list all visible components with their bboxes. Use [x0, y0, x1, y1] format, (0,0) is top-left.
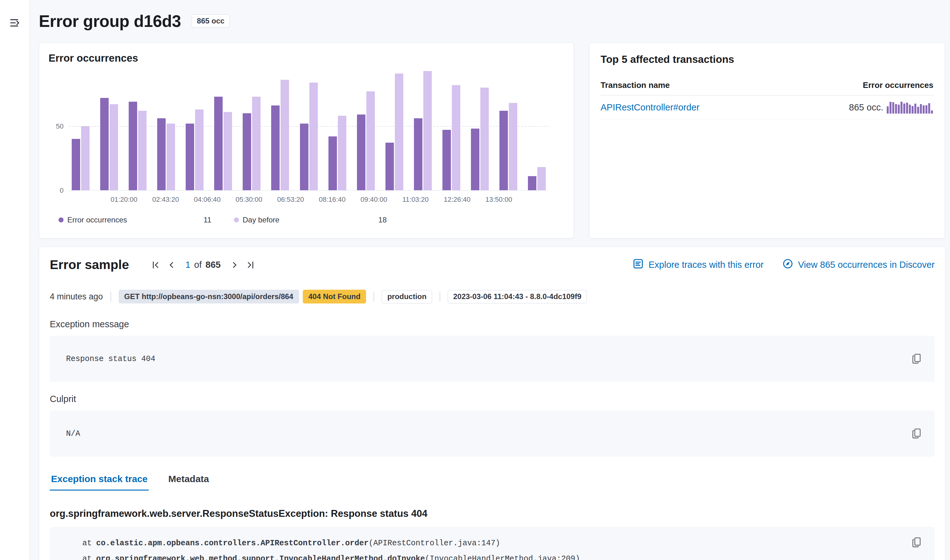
bar-current	[186, 123, 194, 190]
tab-metadata[interactable]: Metadata	[167, 474, 210, 491]
previous-page-button[interactable]	[165, 258, 179, 272]
x-axis-tick: 09:40:00	[360, 195, 387, 204]
column-error-occurrences: Error occurrences	[863, 80, 933, 90]
bar-current	[214, 97, 223, 190]
legend-value: 18	[378, 215, 387, 224]
copy-stack-trace-button[interactable]	[911, 537, 922, 548]
bar-group	[100, 98, 118, 190]
error-sample-title: Error sample	[50, 257, 129, 272]
x-axis-tick: 04:06:40	[194, 195, 221, 204]
bar-group	[443, 85, 460, 190]
bar-current	[500, 111, 508, 190]
occurrences-count-badge: 865 occ	[192, 14, 230, 28]
bar-group	[528, 167, 546, 190]
total-pages: 865	[205, 260, 221, 270]
sample-tabs: Exception stack trace Metadata	[50, 474, 935, 491]
bar-current	[72, 139, 80, 190]
bar-current	[528, 176, 537, 190]
version-badge: 2023-03-06 11:04:43 - 8.8.0-4dc109f9	[448, 290, 587, 303]
bar-current	[471, 129, 480, 190]
bar-group	[72, 126, 89, 190]
legend-label: Day before	[243, 215, 378, 224]
bar-group	[129, 102, 147, 190]
next-page-button[interactable]	[228, 258, 241, 272]
x-axis-tick: 05:30:00	[236, 195, 262, 204]
discover-compass-icon	[782, 258, 793, 271]
legend-label: Error occurrences	[67, 215, 204, 224]
frame-function: org.springframework.web.method.support.I…	[96, 554, 425, 560]
bar-current	[328, 136, 337, 190]
y-axis-tick-50: 50	[43, 122, 63, 131]
bar-group	[243, 97, 261, 190]
chart-bars	[69, 62, 548, 190]
bar-group	[328, 116, 346, 190]
explore-traces-label: Explore traces with this error	[648, 260, 763, 270]
of-label: of	[194, 260, 202, 270]
view-discover-link[interactable]: View 865 occurrences in Discover	[782, 258, 935, 271]
bar-day-before	[537, 167, 546, 190]
bar-group	[214, 97, 232, 190]
x-axis-tick: 12:26:40	[444, 195, 470, 204]
culprit-label: Culprit	[50, 394, 935, 404]
explore-traces-link[interactable]: Explore traces with this error	[633, 258, 763, 271]
frame-location: (APIRestController.java:147)	[369, 539, 500, 548]
last-page-button[interactable]	[243, 258, 257, 272]
bar-day-before	[195, 109, 204, 190]
bar-current	[271, 105, 280, 190]
exception-title: org.springframework.web.server.ResponseS…	[50, 508, 935, 519]
bar-day-before	[395, 74, 403, 190]
bar-day-before	[309, 83, 318, 190]
legend-item-day-before[interactable]: Day before 18	[234, 215, 387, 224]
pagination-status: 1of865	[185, 260, 221, 270]
table-row: APIRestController#order 865 occ.	[601, 95, 933, 120]
transaction-link[interactable]: APIRestController#order	[601, 102, 700, 112]
bar-group	[300, 83, 318, 190]
bar-current	[129, 102, 137, 190]
first-page-button[interactable]	[149, 258, 163, 272]
page-header: Error group d16d3 865 occ	[39, 11, 945, 31]
separator	[440, 292, 440, 302]
sample-meta-row: 4 minutes ago GET http://opbeans-go-nsn:…	[50, 290, 935, 303]
column-transaction-name: Transaction name	[601, 80, 670, 90]
request-badge: GET http://opbeans-go-nsn:3000/api/order…	[119, 290, 299, 303]
bar-group	[414, 71, 432, 190]
legend-item-error-occurrences[interactable]: Error occurrences 11	[59, 215, 211, 224]
sample-age: 4 minutes ago	[50, 292, 103, 302]
transactions-table: Transaction name Error occurrences APIRe…	[601, 74, 933, 120]
x-axis-tick: 02:43:20	[152, 195, 179, 204]
bar-day-before	[167, 123, 175, 190]
copy-culprit-button[interactable]	[911, 428, 922, 439]
exception-message-block: Response status 404	[50, 336, 935, 382]
legend-dot-day-before	[234, 217, 239, 222]
frame-location: (InvocableHandlerMethod.java:209)	[425, 554, 580, 560]
culprit-block: N/A	[50, 411, 935, 457]
page-title: Error group d16d3	[39, 12, 181, 31]
bar-day-before	[423, 71, 432, 190]
top-panels-row: Error occurrences 50 0 01:20:0002:43:200…	[39, 43, 945, 238]
bar-current	[300, 123, 308, 190]
bar-day-before	[109, 104, 118, 190]
legend-dot-current	[59, 217, 63, 222]
bar-current	[357, 114, 366, 190]
error-sample-header: Error sample 1of865	[50, 257, 935, 272]
frame-at: at	[82, 554, 92, 560]
affected-transactions-panel: Top 5 affected transactions Transaction …	[589, 43, 945, 238]
exception-message-value: Response status 404	[66, 354, 155, 363]
tab-exception-stack-trace[interactable]: Exception stack trace	[50, 474, 149, 491]
status-badge: 404 Not Found	[303, 290, 366, 303]
bar-current	[100, 98, 109, 190]
bar-current	[157, 118, 166, 190]
bar-day-before	[509, 103, 517, 190]
expand-menu-button[interactable]	[8, 15, 23, 31]
stack-frame: atorg.springframework.web.method.support…	[66, 551, 894, 560]
trace-list-icon	[633, 258, 643, 271]
bar-day-before	[366, 91, 375, 190]
bar-current	[443, 130, 451, 190]
separator	[373, 292, 374, 302]
error-sample-actions: Explore traces with this error View 865 …	[633, 258, 935, 271]
error-occurrences-panel: Error occurrences 50 0 01:20:0002:43:200…	[39, 43, 574, 238]
x-axis-tick: 13:50:00	[485, 195, 512, 204]
bar-group	[157, 118, 175, 190]
copy-exception-message-button[interactable]	[911, 353, 922, 365]
bar-current	[243, 113, 251, 190]
